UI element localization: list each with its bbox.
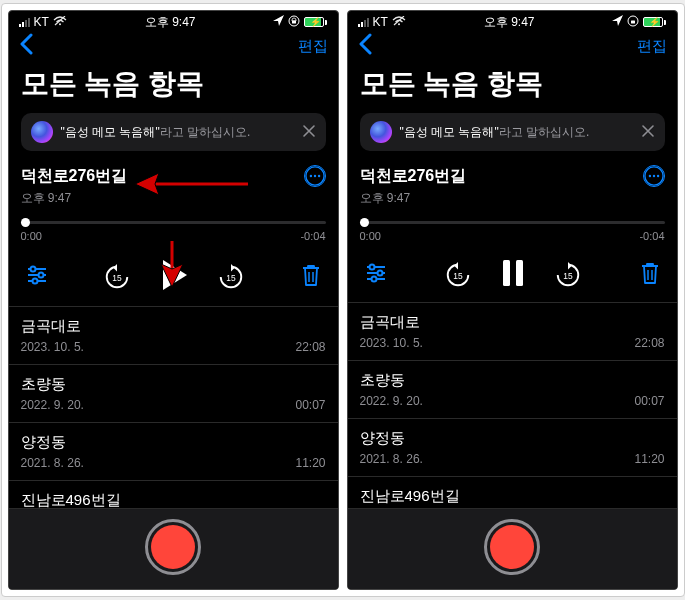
selected-subtitle: 오후 9:47 [21, 190, 326, 207]
back-button[interactable] [19, 33, 33, 59]
location-icon [612, 15, 623, 29]
nav-row: 편집 [9, 31, 338, 63]
svg-point-5 [309, 175, 311, 177]
selected-subtitle: 오후 9:47 [360, 190, 665, 207]
svg-point-25 [648, 175, 650, 177]
signal-icon [19, 17, 30, 27]
svg-point-31 [377, 271, 382, 276]
svg-text:15: 15 [453, 271, 463, 281]
rotation-lock-icon [627, 15, 639, 30]
nav-row: 편집 [348, 31, 677, 63]
list-item[interactable]: 양정동 2021. 8. 26.11:20 [9, 422, 338, 480]
svg-point-13 [32, 279, 37, 284]
svg-rect-3 [292, 20, 296, 23]
siri-rest: 라고 말하십시오. [499, 125, 590, 139]
siri-quote: "음성 메모 녹음해" [400, 125, 499, 139]
location-icon [273, 15, 284, 29]
left-phone: KT 오후 9:47 ⚡ [8, 10, 339, 590]
skip-forward-15-button[interactable]: 15 [554, 261, 582, 289]
siri-tip: "음성 메모 녹음해"라고 말하십시오. [360, 113, 665, 151]
siri-quote: "음성 메모 녹음해" [61, 125, 160, 139]
delete-button[interactable] [300, 263, 322, 291]
list-item[interactable]: 금곡대로 2023. 10. 5.22:08 [9, 306, 338, 364]
record-icon [490, 525, 534, 569]
selected-recording: 덕천로276번길 오후 9:47 [348, 161, 677, 207]
status-bar: KT 오후 9:47 ⚡ [9, 11, 338, 31]
wifi-off-icon [392, 16, 406, 28]
svg-rect-23 [631, 20, 635, 23]
svg-point-29 [369, 265, 374, 270]
scrubber[interactable]: 0:00 -0:04 [21, 221, 326, 242]
options-button[interactable] [25, 264, 49, 290]
siri-close-button[interactable] [302, 123, 316, 141]
skip-back-15-button[interactable]: 15 [444, 261, 472, 289]
time-remaining: -0:04 [639, 230, 664, 242]
svg-point-6 [313, 175, 315, 177]
svg-text:15: 15 [226, 273, 236, 283]
siri-close-button[interactable] [641, 123, 655, 141]
svg-point-27 [656, 175, 658, 177]
page-title: 모든 녹음 항목 [348, 63, 677, 113]
svg-text:15: 15 [563, 271, 573, 281]
record-button[interactable] [484, 519, 540, 575]
svg-point-11 [38, 273, 43, 278]
svg-point-33 [371, 277, 376, 282]
list-item[interactable]: 진남로496번길 [348, 476, 677, 508]
record-dock [9, 508, 338, 589]
battery-charging-icon: ⚡ [643, 17, 666, 27]
page-title: 모든 녹음 항목 [9, 63, 338, 113]
right-phone: KT 오후 9:47 ⚡ 편집 [347, 10, 678, 590]
wifi-off-icon [53, 16, 67, 28]
list-item[interactable]: 초량동 2022. 9. 20.00:07 [348, 360, 677, 418]
list-item[interactable]: 양정동 2021. 8. 26.11:20 [348, 418, 677, 476]
carrier-label: KT [34, 15, 49, 29]
transport-controls: 15 15 [348, 246, 677, 302]
list-item[interactable]: 진남로496번길 [9, 480, 338, 508]
siri-tip: "음성 메모 녹음해"라고 말하십시오. [21, 113, 326, 151]
recording-list[interactable]: 금곡대로 2023. 10. 5.22:08 초량동 2022. 9. 20.0… [348, 302, 677, 508]
list-item[interactable]: 금곡대로 2023. 10. 5.22:08 [348, 302, 677, 360]
time-elapsed: 0:00 [21, 230, 42, 242]
svg-point-9 [30, 267, 35, 272]
record-icon [151, 525, 195, 569]
svg-point-20 [398, 23, 400, 25]
siri-icon [31, 121, 53, 143]
status-bar: KT 오후 9:47 ⚡ [348, 11, 677, 31]
siri-rest: 라고 말하십시오. [160, 125, 251, 139]
scrubber[interactable]: 0:00 -0:04 [360, 221, 665, 242]
skip-back-15-button[interactable]: 15 [103, 263, 131, 291]
delete-button[interactable] [639, 261, 661, 289]
pause-button[interactable] [500, 258, 526, 292]
svg-text:15: 15 [112, 273, 122, 283]
edit-button[interactable]: 편집 [298, 37, 328, 56]
svg-point-26 [652, 175, 654, 177]
time-elapsed: 0:00 [360, 230, 381, 242]
more-button[interactable] [643, 165, 665, 187]
selected-title[interactable]: 덕천로276번길 [21, 166, 128, 187]
edit-button[interactable]: 편집 [637, 37, 667, 56]
status-time: 오후 9:47 [145, 14, 196, 31]
selected-recording: 덕천로276번길 오후 9:47 [9, 161, 338, 207]
siri-icon [370, 121, 392, 143]
status-time: 오후 9:47 [484, 14, 535, 31]
rotation-lock-icon [288, 15, 300, 30]
battery-charging-icon: ⚡ [304, 17, 327, 27]
record-button[interactable] [145, 519, 201, 575]
signal-icon [358, 17, 369, 27]
time-remaining: -0:04 [300, 230, 325, 242]
list-item[interactable]: 초량동 2022. 9. 20.00:07 [9, 364, 338, 422]
selected-title[interactable]: 덕천로276번길 [360, 166, 467, 187]
recording-list[interactable]: 금곡대로 2023. 10. 5.22:08 초량동 2022. 9. 20.0… [9, 306, 338, 508]
scrubber-handle[interactable] [360, 218, 369, 227]
scrubber-handle[interactable] [21, 218, 30, 227]
svg-rect-36 [516, 260, 523, 286]
carrier-label: KT [373, 15, 388, 29]
record-dock [348, 508, 677, 589]
more-button[interactable] [304, 165, 326, 187]
play-button[interactable] [159, 258, 189, 296]
skip-forward-15-button[interactable]: 15 [217, 263, 245, 291]
svg-point-0 [59, 23, 61, 25]
svg-rect-35 [503, 260, 510, 286]
back-button[interactable] [358, 33, 372, 59]
options-button[interactable] [364, 262, 388, 288]
